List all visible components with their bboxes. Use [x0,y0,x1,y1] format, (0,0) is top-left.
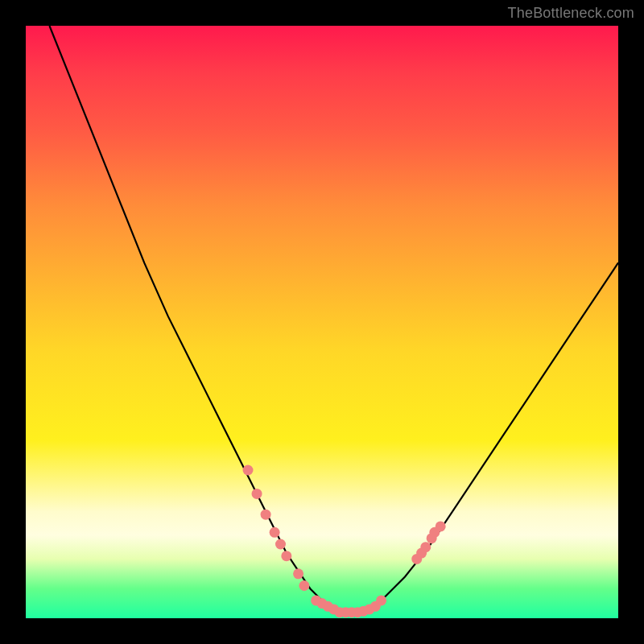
highlight-dot [261,510,271,520]
highlight-dot [243,465,254,476]
highlight-dot [270,527,280,538]
bottleneck-curve [49,26,618,613]
highlight-dot [376,595,386,605]
highlight-dot [436,521,446,531]
highlight-dot [420,542,431,552]
outer-frame: TheBottleneck.com [0,0,644,644]
attribution-text: TheBottleneck.com [508,5,634,22]
highlight-dot [275,539,286,550]
curve-layer [26,26,618,618]
highlight-dot [252,489,262,499]
highlight-dots [243,465,446,618]
highlight-dot [299,580,309,591]
highlight-dot [293,568,303,579]
highlight-dot [281,551,291,561]
